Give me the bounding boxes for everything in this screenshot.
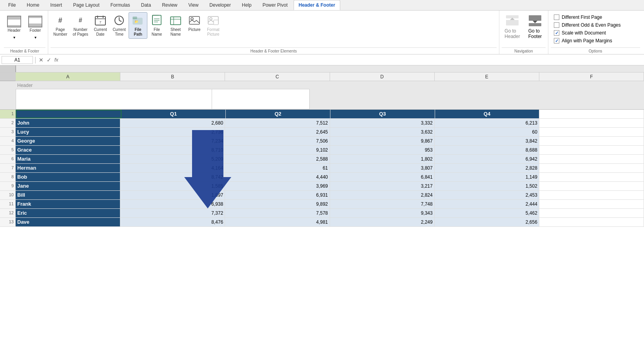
menu-review[interactable]: Review	[157, 0, 182, 10]
cell-10-b[interactable]: 1,897	[120, 191, 225, 199]
header-box-center[interactable]	[114, 89, 212, 109]
cell-2-c[interactable]: 7,512	[225, 119, 330, 127]
cell-3-c[interactable]: 2,645	[225, 128, 330, 136]
cell-11-b[interactable]: 6,938	[120, 200, 225, 208]
row-num-5[interactable]: 5	[0, 146, 16, 154]
cell-7-f[interactable]	[539, 164, 644, 172]
cell-2-d[interactable]: 3,332	[330, 119, 435, 127]
cell-9-a[interactable]: Jane	[16, 182, 120, 190]
cell-9-c[interactable]: 3,969	[225, 182, 330, 190]
cell-11-c[interactable]: 9,892	[225, 200, 330, 208]
cell-9-b[interactable]: 1,585	[120, 182, 225, 190]
cell-5-d[interactable]: 953	[330, 146, 435, 154]
cell-12-b[interactable]: 7,372	[120, 209, 225, 217]
header-btn-top[interactable]: Header	[4, 14, 24, 34]
menu-insert[interactable]: Insert	[45, 0, 67, 10]
cell-13-e[interactable]: 2,656	[435, 218, 539, 226]
cell-13-c[interactable]: 4,981	[225, 218, 330, 226]
cell-5-e[interactable]: 8,688	[435, 146, 539, 154]
cell-11-a[interactable]: Frank	[16, 200, 120, 208]
cell-6-b[interactable]: 5,209	[120, 155, 225, 163]
current-time-button[interactable]: CurrentTime	[110, 12, 129, 39]
cell-10-c[interactable]: 6,931	[225, 191, 330, 199]
cell-11-d[interactable]: 7,748	[330, 200, 435, 208]
row-num-3[interactable]: 3	[0, 128, 16, 136]
cell-9-e[interactable]: 1,502	[435, 182, 539, 190]
confirm-icon[interactable]: ✓	[46, 57, 52, 63]
cell-4-b[interactable]: 7,234	[120, 137, 225, 145]
menu-data[interactable]: Data	[136, 0, 156, 10]
cell-5-b[interactable]: 8,710	[120, 146, 225, 154]
row-num-13[interactable]: 13	[0, 218, 16, 226]
menu-view[interactable]: View	[183, 0, 204, 10]
file-name-button[interactable]: FileName	[147, 12, 166, 39]
cell-1-c[interactable]: Q2	[226, 110, 330, 118]
picture-button[interactable]: Picture	[185, 12, 204, 34]
cell-6-c[interactable]: 2,588	[225, 155, 330, 163]
cell-8-a[interactable]: Bob	[16, 173, 120, 181]
cell-3-a[interactable]: Lucy	[16, 128, 120, 136]
num-pages-button[interactable]: # Numberof Pages	[70, 12, 91, 39]
footer-button[interactable]: Footer ▾	[25, 14, 45, 40]
cell-12-d[interactable]: 9,343	[330, 209, 435, 217]
header-box-right[interactable]	[212, 89, 310, 109]
cell-8-f[interactable]	[539, 173, 644, 181]
header-box-left[interactable]	[16, 89, 114, 109]
col-header-c[interactable]: C	[225, 72, 330, 81]
cell-4-d[interactable]: 9,867	[330, 137, 435, 145]
cell-8-b[interactable]: 8,742	[120, 173, 225, 181]
cell-5-f[interactable]	[539, 146, 644, 154]
cell-3-f[interactable]	[539, 128, 644, 136]
cell-6-e[interactable]: 6,942	[435, 155, 539, 163]
current-date-button[interactable]: 7 CurrentDate	[91, 12, 110, 39]
align-margins-checkbox[interactable]	[554, 38, 559, 43]
go-to-header-button[interactable]: Go toHeader	[502, 12, 523, 41]
cell-10-a[interactable]: Bill	[16, 191, 120, 199]
cell-6-d[interactable]: 1,802	[330, 155, 435, 163]
cell-1-e[interactable]: Q4	[435, 110, 540, 118]
cell-reference[interactable]	[2, 56, 33, 64]
cell-8-d[interactable]: 6,841	[330, 173, 435, 181]
option-align-margins[interactable]: Align with Page Margins	[554, 38, 637, 43]
row-num-12[interactable]: 12	[0, 209, 16, 217]
cell-2-a[interactable]: John	[16, 119, 120, 127]
row-num-11[interactable]: 11	[0, 200, 16, 208]
menu-home[interactable]: Home	[22, 0, 44, 10]
formula-input[interactable]	[61, 56, 642, 63]
cell-13-a[interactable]: Dave	[16, 218, 120, 226]
cell-12-c[interactable]: 7,578	[225, 209, 330, 217]
cell-8-e[interactable]: 1,149	[435, 173, 539, 181]
row-num-4[interactable]: 4	[0, 137, 16, 145]
row-num-1[interactable]: 1	[0, 110, 16, 118]
row-num-6[interactable]: 6	[0, 155, 16, 163]
menu-formulas[interactable]: Formulas	[105, 0, 135, 10]
diff-odd-even-checkbox[interactable]	[554, 22, 559, 28]
cell-4-a[interactable]: George	[16, 137, 120, 145]
cell-12-a[interactable]: Eric	[16, 209, 120, 217]
cell-8-c[interactable]: 4,440	[225, 173, 330, 181]
menu-file[interactable]: File	[3, 0, 21, 10]
col-header-d[interactable]: D	[330, 72, 435, 81]
col-header-b[interactable]: B	[120, 72, 225, 81]
cell-7-b[interactable]: 4,164	[120, 164, 225, 172]
cell-4-c[interactable]: 7,506	[225, 137, 330, 145]
header-button[interactable]: Header ▾	[4, 14, 24, 40]
menu-power-pivot[interactable]: Power Pivot	[258, 0, 293, 10]
row-num-10[interactable]: 10	[0, 191, 16, 199]
cell-7-a[interactable]: Herman	[16, 164, 120, 172]
col-header-e[interactable]: E	[435, 72, 539, 81]
cell-3-b[interactable]: 2,736	[120, 128, 225, 136]
col-header-f[interactable]: F	[539, 72, 644, 81]
menu-help[interactable]: Help	[237, 0, 257, 10]
fx-icon[interactable]: fx	[54, 57, 59, 63]
menu-page-layout[interactable]: Page Layout	[68, 0, 104, 10]
cell-1-f[interactable]	[539, 110, 644, 118]
row-num-7[interactable]: 7	[0, 164, 16, 172]
cell-12-e[interactable]: 5,462	[435, 209, 539, 217]
format-picture-button[interactable]: FormatPicture	[204, 12, 223, 39]
footer-dropdown[interactable]: ▾	[33, 34, 38, 40]
cell-9-d[interactable]: 3,217	[330, 182, 435, 190]
cell-10-f[interactable]	[539, 191, 644, 199]
row-num-8[interactable]: 8	[0, 173, 16, 181]
cell-13-b[interactable]: 8,476	[120, 218, 225, 226]
